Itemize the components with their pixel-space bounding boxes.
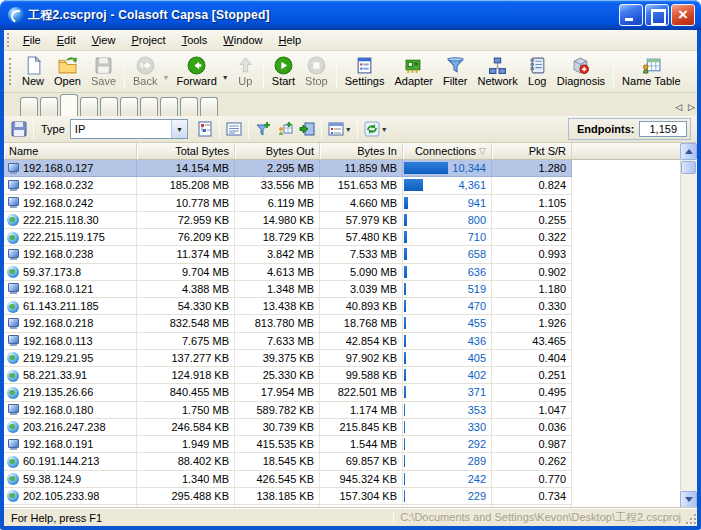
table-row[interactable]: 192.168.0.180 1.750 MB 589.782 KB 1.174 … — [4, 402, 572, 419]
table-row[interactable]: 203.216.247.238 246.584 KB 30.739 KB 215… — [4, 419, 572, 436]
tab-scroll-left-icon[interactable]: ◁ — [675, 102, 682, 112]
column-header-bytes-in[interactable]: Bytes In — [320, 143, 403, 159]
network-button[interactable]: Network — [472, 54, 522, 89]
table-row[interactable]: 60.191.144.213 88.402 KB 18.545 KB 69.85… — [4, 453, 572, 470]
type-select[interactable]: IP ▼ — [70, 119, 188, 139]
view-tab[interactable] — [60, 94, 78, 116]
refresh-button[interactable] — [361, 118, 383, 140]
table-row[interactable]: 192.168.0.242 10.778 MB 6.119 MB 4.660 M… — [4, 195, 572, 212]
connections-bar — [404, 317, 406, 329]
table-row[interactable]: 219.129.21.95 137.277 KB 39.375 KB 97.90… — [4, 350, 572, 367]
table-row[interactable]: 219.135.26.66 840.455 MB 17.954 MB 822.5… — [4, 384, 572, 401]
menu-tools[interactable]: Tools — [174, 31, 216, 50]
type-select-arrow-icon[interactable]: ▼ — [171, 120, 187, 138]
view-tab[interactable] — [160, 97, 178, 116]
table-row[interactable]: 192.168.0.238 11.374 MB 3.842 MB 7.533 M… — [4, 246, 572, 263]
forward-button[interactable]: Forward — [171, 54, 221, 89]
table-row[interactable]: 192.168.0.191 1.949 MB 415.535 KB 1.544 … — [4, 436, 572, 453]
computer-icon — [7, 282, 20, 295]
column-header-total-bytes[interactable]: Total Bytes — [137, 143, 235, 159]
tab-scroll-right-icon[interactable]: ▷ — [688, 102, 695, 112]
connections-bar — [404, 214, 407, 226]
make-filter-button[interactable] — [252, 118, 274, 140]
connections-cell: 353 — [403, 402, 492, 419]
vertical-scrollbar[interactable] — [680, 143, 697, 508]
table-row[interactable]: 59.37.173.8 9.704 MB 4.613 MB 5.090 MB 6… — [4, 264, 572, 281]
column-header-name[interactable]: Name — [4, 143, 137, 159]
endpoint-address: 192.168.0.232 — [23, 179, 93, 191]
adapter-button[interactable]: Adapter — [389, 54, 438, 89]
connections-cell: 371 — [403, 384, 492, 401]
close-button[interactable] — [671, 4, 695, 26]
menu-file[interactable]: File — [15, 31, 49, 50]
up-button[interactable]: Up — [231, 54, 260, 89]
log-button[interactable]: Log — [523, 54, 552, 89]
scroll-up-button[interactable] — [680, 143, 697, 160]
name-cell: 219.129.21.95 — [4, 350, 137, 367]
table-row[interactable]: 58.221.33.91 124.918 KB 25.330 KB 99.588… — [4, 367, 572, 384]
table-row[interactable]: 192.168.0.218 832.548 MB 813.780 MB 18.7… — [4, 315, 572, 332]
column-header-pkt-sr[interactable]: Pkt S/R — [492, 143, 572, 159]
save-button[interactable]: Save — [86, 54, 121, 89]
resize-grip-handle[interactable] — [684, 512, 696, 524]
new-button[interactable]: New — [17, 54, 49, 89]
back-button[interactable]: Back — [128, 54, 162, 89]
menu-window[interactable]: Window — [215, 31, 270, 50]
view-tab[interactable] — [100, 97, 118, 116]
menu-edit[interactable]: Edit — [49, 31, 84, 50]
filter-button[interactable]: Filter — [438, 54, 472, 89]
subbar-separator — [321, 119, 322, 139]
view-tab[interactable] — [180, 97, 198, 116]
refresh-dropdown-arrow[interactable]: ▼ — [381, 126, 388, 133]
menu-help[interactable]: Help — [270, 31, 309, 50]
total-bytes-cell: 1.340 MB — [137, 471, 235, 488]
column-header-label: Name — [9, 145, 38, 157]
scrollbar-thumb[interactable] — [681, 161, 696, 174]
table-row[interactable]: 192.168.0.232 185.208 MB 33.556 MB 151.6… — [4, 177, 572, 194]
view-tab[interactable] — [120, 97, 138, 116]
bytes-out-cell: 17.954 MB — [235, 384, 320, 401]
tree-view-button[interactable] — [194, 118, 216, 140]
view-tab[interactable] — [20, 97, 38, 116]
name-table-button[interactable]: Name Table — [617, 54, 686, 89]
connections-value: 455 — [468, 317, 486, 329]
menu-project[interactable]: Project — [123, 31, 173, 50]
table-row[interactable]: 222.215.118.30 72.959 KB 14.980 KB 57.97… — [4, 212, 572, 229]
table-row[interactable]: 61.143.211.185 54.330 KB 13.438 KB 40.89… — [4, 298, 572, 315]
back-dropdown-arrow[interactable]: ▼ — [162, 62, 171, 81]
diagnosis-button[interactable]: Diagnosis — [552, 54, 610, 89]
settings-button[interactable]: Settings — [340, 54, 390, 89]
menubar-grip-handle[interactable] — [7, 33, 12, 47]
title-bar[interactable]: 工程2.cscproj - Colasoft Capsa [Stopped] — [0, 0, 701, 30]
column-header-bytes-out[interactable]: Bytes Out — [235, 143, 320, 159]
endpoint-address: 202.105.233.98 — [23, 490, 99, 502]
column-header-connections[interactable]: Connections▽ — [403, 143, 492, 159]
add-to-name-table-button[interactable] — [274, 118, 296, 140]
globe-icon — [7, 231, 20, 244]
endpoint-address: 192.168.0.113 — [23, 335, 93, 347]
scroll-down-button[interactable] — [680, 491, 697, 508]
column-chooser-dropdown-arrow[interactable]: ▼ — [345, 126, 352, 133]
start-button[interactable]: Start — [267, 54, 300, 89]
view-tab[interactable] — [40, 97, 58, 116]
view-tab[interactable] — [200, 97, 218, 116]
open-button[interactable]: Open — [49, 54, 86, 89]
details-view-button[interactable] — [223, 118, 245, 140]
maximize-button[interactable] — [645, 4, 669, 26]
view-tab[interactable] — [140, 97, 158, 116]
table-row[interactable]: 202.105.233.98 295.488 KB 138.185 KB 157… — [4, 488, 572, 505]
table-row[interactable]: 222.215.119.175 76.209 KB 18.729 KB 57.4… — [4, 229, 572, 246]
toolbar-grip-handle[interactable] — [9, 58, 14, 85]
table-row[interactable]: 192.168.0.121 4.388 MB 1.348 MB 3.039 MB… — [4, 281, 572, 298]
stop-button[interactable]: Stop — [300, 54, 333, 89]
table-row[interactable]: 59.38.124.9 1.340 MB 426.545 KB 945.324 … — [4, 471, 572, 488]
view-tab[interactable] — [80, 97, 98, 116]
table-row[interactable]: 192.168.0.127 14.154 MB 2.295 MB 11.859 … — [4, 160, 572, 177]
table-row[interactable]: 192.168.0.113 7.675 MB 7.633 MB 42.854 K… — [4, 333, 572, 350]
save-records-button[interactable] — [8, 118, 30, 140]
minimize-button[interactable] — [619, 4, 643, 26]
column-chooser-button[interactable] — [325, 118, 347, 140]
menu-view[interactable]: View — [84, 31, 124, 50]
export-button[interactable] — [296, 118, 318, 140]
forward-dropdown-arrow[interactable]: ▼ — [222, 62, 231, 81]
